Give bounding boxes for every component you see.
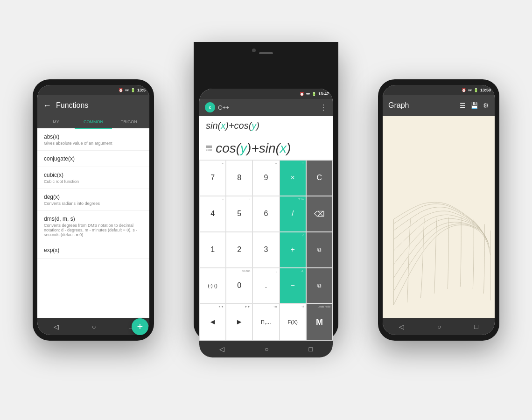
key-minus[interactable]: ∂, − (280, 268, 306, 304)
equals-line (206, 147, 212, 148)
back-button[interactable]: ← (43, 101, 51, 111)
key-memory-sub: undo redo (318, 305, 330, 308)
plus-plot-label: +plot (206, 148, 212, 151)
key-6[interactable]: 6 (252, 196, 279, 232)
key-left[interactable]: ◄◄ ◄ (199, 303, 226, 341)
graph-svg (383, 116, 495, 318)
center-phone: ⏰ ▾▾ 🔋 13:47 c C++ ⋮ (194, 42, 338, 341)
list-item[interactable]: abs(x) Gives absolute value of an argume… (37, 129, 149, 151)
keypad: π 7 8 e 9 ^ × C (199, 160, 333, 341)
key-9[interactable]: e 9 (252, 160, 279, 196)
key-copy-2[interactable]: ⧉ (306, 268, 333, 304)
recents-nav-icon[interactable]: □ (474, 323, 478, 330)
key-5[interactable]: t 5 (226, 196, 252, 232)
add-function-button[interactable]: + (132, 318, 148, 335)
back-nav-icon[interactable]: ◁ (399, 323, 404, 330)
key-fx[interactable]: +f F(X) (280, 303, 306, 341)
key-backspace[interactable]: ⌫ (306, 196, 333, 232)
save-icon[interactable]: 💾 (470, 102, 478, 109)
settings-icon[interactable]: ⚙ (483, 102, 489, 109)
equals-line (206, 146, 212, 147)
key-dot-sub: , (276, 270, 277, 273)
key-copy-1[interactable]: ⧉ (306, 232, 333, 268)
list-item[interactable]: deg(x) Converts radians into degrees (37, 189, 149, 211)
key-divide-sub: ^2 % (298, 198, 304, 201)
home-nav-icon[interactable]: ○ (437, 323, 441, 330)
key-multiply[interactable]: ^ × (280, 160, 306, 196)
graph-title: Graph (388, 101, 455, 110)
result-text: cos(y)+sin(x) (216, 141, 291, 156)
back-nav-icon[interactable]: ◁ (54, 323, 59, 330)
key-dot[interactable]: , . (252, 268, 279, 304)
function-name: exp(x) (44, 247, 143, 253)
key-3[interactable]: 3 (252, 232, 279, 268)
function-desc: Cubic root function (44, 179, 143, 184)
key-0[interactable]: 00 000 0 (226, 268, 252, 304)
more-options-icon[interactable]: ⋮ (320, 103, 327, 112)
key-parens[interactable]: (·) () (199, 268, 226, 304)
right-nav-bar: ◁ ○ □ (383, 318, 495, 335)
list-icon[interactable]: ☰ (460, 102, 466, 109)
left-app-bar: ← Functions (37, 95, 149, 116)
home-nav-icon[interactable]: ○ (265, 345, 268, 353)
list-item[interactable]: dms(d, m, s) Converts degrees from DMS n… (37, 211, 149, 242)
function-name: conjugate(x) (44, 155, 143, 162)
tab-my[interactable]: MY (37, 116, 75, 128)
key-1[interactable]: 1 (199, 232, 226, 268)
signal-icon: ▾▾ (125, 88, 129, 92)
phone-top-bar (194, 42, 338, 65)
logo-text: C++ (218, 104, 230, 111)
left-phone: ⏰ ▾▾ 🔋 13:5 ← Functions MY COMMON (33, 79, 154, 341)
signal-icon: ▾▾ (468, 88, 472, 92)
list-item[interactable]: conjugate(x) (37, 151, 149, 167)
battery-icon: 🔋 (312, 92, 316, 96)
alarm-icon: ⏰ (462, 88, 466, 92)
tab-bar: MY COMMON TRIGON... (37, 116, 149, 129)
center-phone-screen: ⏰ ▾▾ 🔋 13:47 c C++ ⋮ (199, 89, 333, 357)
key-plus[interactable]: √ + (280, 232, 306, 268)
battery-icon: 🔋 (474, 88, 478, 92)
functions-screen: ⏰ ▾▾ 🔋 13:5 ← Functions MY COMMON (37, 85, 149, 335)
key-clear[interactable]: C (306, 160, 333, 196)
key-multiply-sub: ^ (302, 162, 304, 165)
alarm-icon: ⏰ (300, 92, 304, 96)
key-0-sub: 00 000 (242, 270, 250, 273)
expression-text: sin(x)+cos(y) (206, 120, 326, 131)
list-item[interactable]: cubic(x) Cubic root function (37, 167, 149, 189)
key-right[interactable]: ►► ► (226, 303, 252, 341)
right-time: 13:50 (480, 88, 491, 92)
key-fx-sub: +f (301, 305, 304, 308)
key-pi[interactable]: +π Π,… (252, 303, 279, 341)
recents-nav-icon[interactable]: □ (309, 345, 313, 353)
right-phone: ⏰ ▾▾ 🔋 13:50 Graph ☰ 💾 ⚙ (378, 79, 499, 341)
key-2[interactable]: 2 (226, 232, 252, 268)
signal-icon: ▾▾ (306, 92, 310, 96)
function-desc: Converts radians into degrees (44, 201, 143, 206)
center-nav-bar: ◁ ○ □ (199, 341, 333, 357)
key-7-sub: π (222, 162, 224, 165)
tab-common[interactable]: COMMON (75, 116, 112, 128)
left-time: 13:5 (137, 88, 146, 92)
back-nav-icon[interactable]: ◁ (219, 345, 224, 353)
calc-header: c C++ ⋮ (199, 99, 333, 116)
tab-trigono[interactable]: TRIGON... (112, 116, 149, 128)
key-memory[interactable]: undo redo M (306, 303, 333, 341)
calculator-screen: ⏰ ▾▾ 🔋 13:47 c C++ ⋮ (199, 89, 333, 357)
alarm-icon: ⏰ (119, 88, 123, 92)
list-item[interactable]: exp(x) (37, 242, 149, 259)
key-7[interactable]: π 7 (199, 160, 226, 196)
function-name: abs(x) (44, 133, 143, 140)
key-4-sub: x (222, 198, 224, 201)
graph-screen: ⏰ ▾▾ 🔋 13:50 Graph ☰ 💾 ⚙ (383, 85, 495, 335)
key-left-sub: ◄◄ (218, 305, 224, 308)
key-plus-sub: √ (302, 234, 304, 237)
key-pi-sub: +π (273, 305, 277, 308)
right-status-bar: ⏰ ▾▾ 🔋 13:50 (383, 85, 495, 95)
key-minus-sub: ∂, (301, 270, 304, 273)
home-nav-icon[interactable]: ○ (92, 323, 96, 330)
key-8[interactable]: 8 (226, 160, 252, 196)
key-4[interactable]: x 4 (199, 196, 226, 232)
graph-area (383, 116, 495, 318)
center-status-bar: ⏰ ▾▾ 🔋 13:47 (199, 89, 333, 99)
key-divide[interactable]: ^2 % / (280, 196, 306, 232)
